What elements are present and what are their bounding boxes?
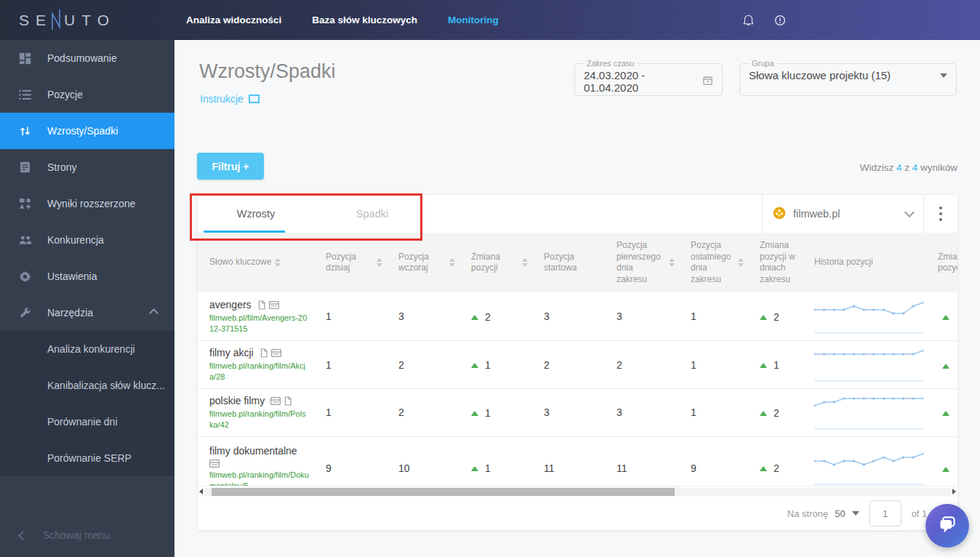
date-range-field[interactable]: Zakres czasu 24.03.2020 - 01.04.2020 (574, 59, 723, 96)
scrollbar-thumb[interactable] (212, 488, 675, 496)
senuto-n-logo-icon (49, 9, 63, 31)
table-header-row: Słowo kluczowePozycja dzisiajPozycja wcz… (198, 233, 957, 292)
up-triangle-icon (760, 466, 767, 471)
position-change: 1 (485, 462, 491, 474)
column-header-pozycja-pierwszego-dnia[interactable]: Pozycja pierwszego dnia zakresu (605, 233, 679, 292)
sidebar-item-strony[interactable]: Strony (0, 149, 174, 185)
sidebar-subitem-kanibalizacja[interactable]: Kanibalizacja słów klucz... (0, 367, 174, 404)
position-last-day: 1 (691, 359, 696, 371)
tab-spadki[interactable]: Spadki (314, 195, 430, 233)
sidebar-item-label: Konkurencja (47, 234, 104, 246)
collapse-menu-button[interactable]: Schowaj menu (0, 513, 174, 557)
domain-selector[interactable]: filmweb.pl (762, 195, 923, 233)
up-triangle-icon (471, 466, 478, 471)
position-start: 11 (544, 462, 555, 474)
people-icon (18, 235, 32, 245)
column-label: Pozycja wczoraj (398, 252, 446, 274)
keyword-name[interactable]: filmy dokumentalne (209, 445, 297, 457)
position-first-day: 11 (616, 462, 627, 474)
keyword-url-link[interactable]: filmweb.pl/ranking/film/Polska/42 (209, 409, 310, 430)
column-header-zmiana-pozycji-2: Zmiana pozycji (926, 233, 957, 292)
info-icon[interactable] (774, 15, 786, 26)
page-preview-icon[interactable] (260, 348, 268, 358)
table-body: avengersfilmweb.pl/film/Avengers-2012-37… (198, 292, 957, 486)
position-history-sparkline (814, 343, 923, 384)
column-label: Zmiana pozycji (938, 252, 957, 274)
sidebar-item-label: Strony (47, 161, 76, 173)
page-number-input[interactable] (869, 500, 901, 526)
position-first-day: 3 (616, 310, 622, 322)
column-header-pozycja-ostatniego-dnia[interactable]: Pozycja ostatniego dnia zakresu (679, 233, 748, 292)
position-last-day: 1 (691, 406, 696, 418)
position-change: 2 (485, 311, 491, 323)
column-header-zmiana-pozycji[interactable]: Zmiana pozycji (459, 233, 532, 292)
column-header-historia-pozycji: Historia pozycji (803, 233, 926, 292)
column-header-pozycja-startowa: Pozycja startowa (532, 233, 605, 292)
position-first-day: 3 (616, 406, 622, 418)
position-yesterday: 2 (398, 406, 404, 418)
column-label: Pozycja ostatniego dnia zakresu (691, 240, 734, 285)
keyword-url-link[interactable]: filmweb.pl/ranking/film/Dokumentalny/5 (209, 470, 310, 486)
up-triangle-icon (760, 315, 767, 320)
notifications-bell-icon[interactable] (743, 14, 754, 26)
senuto-logo[interactable]: SE UTO (0, 9, 186, 31)
nav-item-baza-slow-kluczowych[interactable]: Baza słów kluczowych (312, 15, 417, 25)
chat-widget-button[interactable] (925, 504, 969, 548)
sort-icon (449, 258, 455, 267)
sidebar-item-konkurencja[interactable]: Konkurencja (0, 222, 174, 258)
sidebar-item-label: Ustawienia (47, 271, 97, 282)
sidebar: Podsumowanie Pozycje Wzrosty/Spadki (0, 40, 174, 557)
document-icon (18, 161, 32, 173)
sidebar-item-ustawienia[interactable]: Ustawienia (0, 258, 174, 294)
filter-button[interactable]: Filtruj + (197, 153, 264, 180)
per-page-select[interactable]: Na stronę 50 (787, 508, 859, 519)
sidebar-subitem-porownanie-serp[interactable]: Porównanie SERP (0, 440, 174, 476)
serp-snippet-icon[interactable] (270, 397, 281, 405)
column-header-pozycja-dzisiaj[interactable]: Pozycja dzisiaj (314, 233, 387, 292)
horizontal-scrollbar[interactable] (198, 486, 957, 497)
sidebar-item-label: Wzrosty/Spadki (47, 125, 118, 137)
chevron-down-icon (852, 511, 859, 516)
brand-prefix: SE (19, 12, 52, 29)
keyword-url-link[interactable]: filmweb.pl/ranking/film/Akcja/28 (209, 361, 310, 382)
keyword-name[interactable]: filmy akcji (209, 347, 254, 358)
kebab-menu-button[interactable] (923, 195, 957, 233)
keyword-name[interactable]: polskie filmy (209, 395, 265, 406)
sidebar-item-pozycje[interactable]: Pozycje (0, 76, 174, 113)
keyword-url-link[interactable]: filmweb.pl/film/Avengers-2012-371515 (209, 313, 310, 334)
column-label: Słowo kluczowe (209, 257, 271, 268)
pagination-bar: Na stronę 50 of 1 ‹ (198, 497, 957, 530)
serp-snippet-icon[interactable] (209, 460, 220, 468)
position-yesterday: 10 (398, 462, 410, 474)
instructions-link[interactable]: Instrukcje (200, 93, 260, 105)
chevron-up-icon (149, 308, 158, 318)
tab-wzrosty[interactable]: Wzrosty (198, 195, 314, 233)
scroll-right-icon[interactable] (952, 489, 956, 494)
scrollbar-track[interactable] (204, 488, 951, 496)
nav-item-analiza-widocznosci[interactable]: Analiza widoczności (186, 15, 281, 25)
column-header-pozycja-wczoraj[interactable]: Pozycja wczoraj (387, 233, 459, 292)
page-preview-icon[interactable] (284, 396, 292, 406)
group-select[interactable]: Grupa Słowa kluczowe projektu (15) (739, 59, 957, 96)
sidebar-item-wzrosty-spadki[interactable]: Wzrosty/Spadki (0, 113, 174, 149)
up-triangle-icon (942, 315, 949, 320)
serp-snippet-icon[interactable] (271, 349, 281, 357)
column-header-slowo-kluczowe[interactable]: Słowo kluczowe (198, 233, 314, 292)
position-yesterday: 2 (398, 359, 404, 371)
sidebar-item-wyniki-rozszerzone[interactable]: Wyniki rozszerzone (0, 185, 174, 222)
up-triangle-icon (471, 363, 478, 368)
sidebar-subitem-porownanie-dni[interactable]: Porównanie dni (0, 404, 174, 440)
range-position-change: 2 (774, 462, 779, 474)
serp-snippet-icon[interactable] (269, 301, 279, 309)
scroll-left-icon[interactable] (199, 489, 203, 494)
sidebar-item-podsumowanie[interactable]: Podsumowanie (0, 40, 174, 76)
position-history-sparkline (814, 391, 923, 432)
nav-item-monitoring[interactable]: Monitoring (448, 15, 499, 25)
keyword-name[interactable]: avengers (209, 299, 252, 310)
page-preview-icon[interactable] (257, 300, 266, 310)
topbar: SE UTO Analiza widoczności Baza słów klu… (0, 0, 980, 40)
sort-icon (377, 258, 382, 267)
sidebar-subitem-analiza-konkurencji[interactable]: Analiza konkurencji (0, 331, 174, 367)
active-tab-underline (204, 231, 285, 233)
sidebar-item-narzedzia[interactable]: Narzędzia (0, 294, 174, 331)
